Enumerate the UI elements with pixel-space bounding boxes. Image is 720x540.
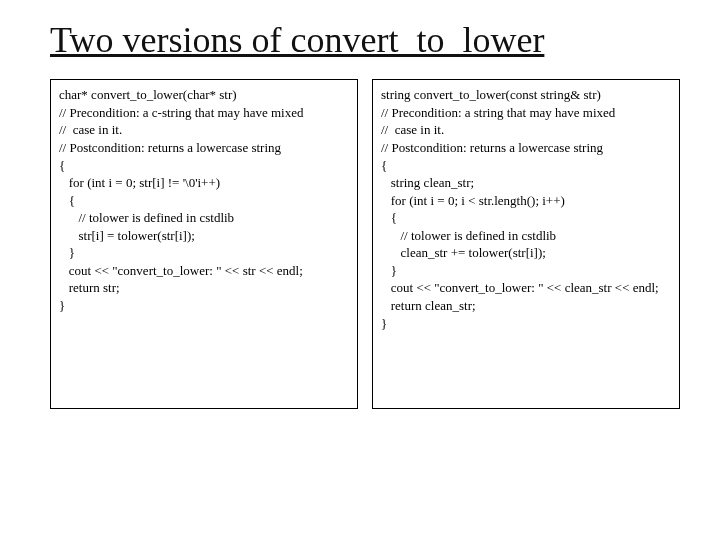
code-left: char* convert_to_lower(char* str) // Pre… [50, 79, 358, 409]
slide: Two versions of convert_to_lower char* c… [0, 0, 720, 540]
code-right: string convert_to_lower(const string& st… [372, 79, 680, 409]
code-columns: char* convert_to_lower(char* str) // Pre… [50, 79, 680, 409]
slide-title: Two versions of convert_to_lower [50, 20, 680, 61]
